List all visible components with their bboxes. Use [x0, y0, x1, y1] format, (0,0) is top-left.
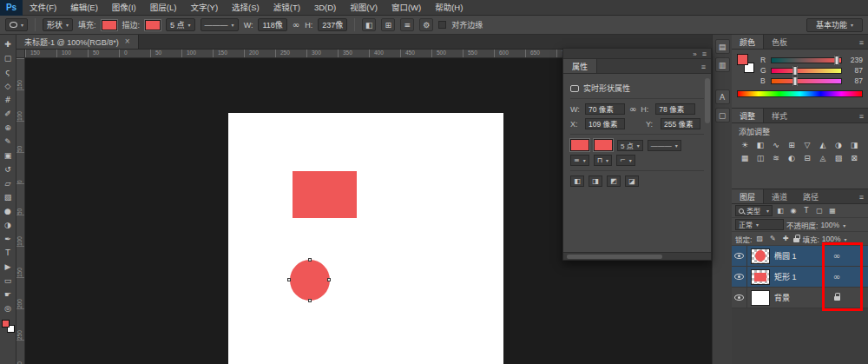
- filter-smart-objects-icon[interactable]: ▦: [827, 206, 838, 216]
- filter-adjustment-layers-icon[interactable]: ◉: [788, 206, 799, 216]
- width-field[interactable]: 118像: [258, 18, 286, 31]
- type-tool[interactable]: T: [1, 246, 16, 260]
- hue-saturation-icon[interactable]: ◭: [815, 138, 831, 151]
- healing-brush-tool[interactable]: ⊕: [1, 121, 16, 135]
- menu-item[interactable]: 窗口(W): [385, 0, 428, 15]
- menu-item[interactable]: 选择(S): [225, 0, 266, 15]
- stroke-width-field[interactable]: 5 点: [617, 140, 643, 151]
- layer-thumbnail[interactable]: [751, 290, 770, 306]
- shape-x-field[interactable]: 109 像素: [585, 118, 625, 129]
- layers-empty-area[interactable]: [732, 308, 868, 364]
- zoom-tool[interactable]: ◎: [1, 301, 16, 315]
- fill-swatch[interactable]: [570, 139, 589, 151]
- eraser-tool[interactable]: ▱: [1, 176, 16, 190]
- selective-color-icon[interactable]: ⊠: [846, 151, 862, 164]
- anchor-point-right[interactable]: [327, 278, 331, 281]
- anchor-point-left[interactable]: [287, 278, 291, 281]
- collapse-to-icons-icon[interactable]: [693, 49, 696, 58]
- slider-thumb[interactable]: [835, 56, 839, 65]
- move-tool[interactable]: ✚: [1, 37, 16, 51]
- levels-icon[interactable]: ◧: [753, 138, 768, 151]
- layer-row-ellipse-1[interactable]: 椭圆 1: [732, 246, 868, 267]
- pen-tool[interactable]: ✒: [1, 232, 16, 246]
- slider-thumb[interactable]: [793, 76, 798, 86]
- height-field[interactable]: 237像: [318, 18, 347, 31]
- link-icon[interactable]: [629, 104, 636, 114]
- clone-stamp-tool[interactable]: ▣: [1, 149, 16, 162]
- layer-thumbnail[interactable]: [751, 269, 770, 285]
- red-value[interactable]: 239: [845, 56, 863, 64]
- panel-menu[interactable]: [855, 35, 868, 49]
- align-edges-checkbox[interactable]: [438, 21, 446, 29]
- path-alignment-icon[interactable]: ⊞: [381, 18, 395, 31]
- visibility-toggle[interactable]: [732, 288, 747, 308]
- shape-tool[interactable]: ▭: [1, 274, 16, 288]
- crop-tool[interactable]: #: [1, 93, 16, 107]
- lasso-tool[interactable]: ς: [1, 65, 16, 79]
- layer-row-rectangle-1[interactable]: 矩形 1: [732, 267, 868, 288]
- anchor-point-bottom[interactable]: [308, 299, 312, 302]
- lock-transparent-pixels-icon[interactable]: ▨: [754, 234, 765, 244]
- workspace-switcher-button[interactable]: 基本功能: [806, 18, 863, 32]
- posterize-icon[interactable]: ⊟: [799, 151, 815, 164]
- menu-item[interactable]: 3D(D): [307, 0, 343, 15]
- anchor-point-top[interactable]: [308, 258, 312, 261]
- gear-icon[interactable]: ⚙: [419, 18, 433, 31]
- exposure-icon[interactable]: ⊞: [784, 138, 799, 151]
- gradient-map-icon[interactable]: ▨: [831, 151, 846, 164]
- subtract-front-shape-icon[interactable]: ◨: [589, 175, 602, 187]
- tab-swatches[interactable]: 色板: [764, 35, 795, 49]
- panel-bottom-scrollbar[interactable]: [563, 252, 711, 260]
- layer-name[interactable]: 椭圆 1: [774, 250, 797, 261]
- vibrance-icon[interactable]: ▽: [799, 138, 815, 151]
- lock-all-icon[interactable]: [793, 235, 799, 242]
- stroke-style-dropdown[interactable]: ———: [201, 18, 239, 31]
- vertical-ruler[interactable]: 15010050050100150200250300: [16, 58, 25, 364]
- blue-slider[interactable]: [771, 78, 842, 84]
- visibility-toggle[interactable]: [732, 267, 747, 287]
- path-selection-tool[interactable]: ▶: [1, 260, 16, 274]
- menu-item[interactable]: 编辑(E): [63, 0, 105, 15]
- blue-value[interactable]: 87: [845, 76, 863, 85]
- paragraph-panel-icon[interactable]: ▢: [715, 108, 730, 122]
- ruler-origin-corner[interactable]: [16, 50, 25, 58]
- photo-filter-icon[interactable]: ▦: [737, 151, 753, 164]
- menu-item[interactable]: 帮助(H): [428, 0, 470, 15]
- shape-width-field[interactable]: 70 像素: [585, 103, 625, 115]
- color-lookup-icon[interactable]: ≋: [768, 151, 784, 164]
- fill-value[interactable]: 100%: [822, 235, 847, 243]
- black-white-icon[interactable]: ◨: [846, 138, 862, 151]
- marquee-tool[interactable]: ▢: [1, 51, 16, 65]
- blend-mode-dropdown[interactable]: 正常: [735, 219, 784, 230]
- tab-color[interactable]: 颜色: [732, 35, 764, 49]
- red-ellipse-shape[interactable]: [290, 260, 330, 301]
- shape-height-field[interactable]: 78 像素: [655, 103, 695, 115]
- tab-adjustments[interactable]: 调整: [732, 109, 764, 122]
- invert-icon[interactable]: ◐: [784, 151, 799, 164]
- opacity-value[interactable]: 100%: [820, 221, 845, 229]
- menu-item[interactable]: 文件(F): [23, 0, 63, 15]
- foreground-color-swatch[interactable]: [737, 54, 748, 65]
- photoshop-logo[interactable]: Ps: [0, 0, 23, 16]
- link-icon[interactable]: [830, 251, 844, 261]
- filter-pixel-layers-icon[interactable]: ◧: [775, 206, 786, 216]
- menu-item[interactable]: 视图(V): [343, 0, 385, 15]
- panel-menu[interactable]: [855, 109, 868, 122]
- actions-panel-icon[interactable]: ▥: [715, 57, 730, 72]
- combine-shapes-icon[interactable]: ◧: [570, 175, 584, 187]
- panel-menu[interactable]: [855, 189, 868, 203]
- stroke-cap-icon[interactable]: ⊓: [594, 155, 612, 166]
- stroke-width-field[interactable]: 5 点: [166, 18, 195, 31]
- exclude-overlapping-shapes-icon[interactable]: ◪: [625, 175, 639, 187]
- history-brush-tool[interactable]: ↺: [1, 162, 16, 176]
- panel-menu-icon[interactable]: [702, 49, 707, 58]
- tool-mode-dropdown[interactable]: 形状: [43, 18, 73, 31]
- tab-styles[interactable]: 样式: [764, 109, 795, 122]
- filter-type-layers-icon[interactable]: T: [801, 206, 812, 216]
- foreground-color-swatch[interactable]: [2, 320, 10, 328]
- brightness-contrast-icon[interactable]: ☀: [737, 138, 753, 151]
- curves-icon[interactable]: ∿: [768, 138, 784, 151]
- lock-image-pixels-icon[interactable]: ✎: [767, 234, 778, 244]
- link-icon[interactable]: [830, 272, 844, 281]
- layer-name[interactable]: 矩形 1: [774, 271, 797, 282]
